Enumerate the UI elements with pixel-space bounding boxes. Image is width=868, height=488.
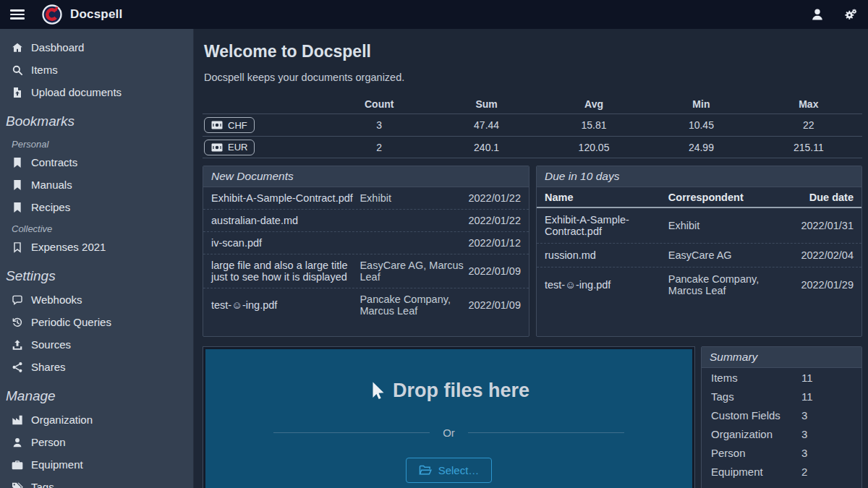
summary-row: Tags 11: [702, 387, 861, 406]
sidebar-item-person[interactable]: Person: [0, 431, 193, 453]
due-header-due-date: Due date: [783, 192, 854, 203]
stat-count: 2: [326, 142, 433, 153]
dropzone-title-row: Drop files here: [368, 380, 529, 402]
summary-value: 11: [801, 390, 813, 403]
sidebar-item-organization[interactable]: Organization: [0, 408, 193, 431]
sidebar-item-periodic-queries[interactable]: Periodic Queries: [0, 311, 193, 333]
due-row[interactable]: test-☺-ing.pdf Pancake Company, Marcus L…: [537, 267, 861, 302]
bookmark-item-label: Manuals: [31, 179, 72, 191]
sidebar-item-tags[interactable]: Tags: [0, 476, 193, 488]
sidebar-item-equipment[interactable]: Equipment: [0, 453, 193, 476]
sidebar-item-sources[interactable]: Sources: [0, 333, 193, 356]
sidebar-item-items[interactable]: Items: [0, 59, 193, 81]
folder-open-icon: [419, 465, 432, 476]
due-row[interactable]: russion.md EasyCare AG 2022/02/04: [537, 243, 861, 267]
bookmark-item-manuals[interactable]: Manuals: [0, 174, 193, 196]
page-subtitle: Docspell keeps your documents organized.: [204, 72, 862, 83]
document-row[interactable]: large file and also a large title just t…: [203, 254, 529, 288]
bookmark-item-recipes[interactable]: Recipes: [0, 196, 193, 218]
stat-max: 215.11: [755, 142, 862, 153]
bookmark-item-expenses-2021[interactable]: Expenses 2021: [0, 236, 193, 258]
sidebar: Dasbhoard Items Upload documents Bookmar…: [0, 29, 194, 488]
docspell-app: Docspell Dasbhoard Items Upload: [0, 0, 868, 488]
search-icon: [12, 64, 23, 76]
summary-value: 3: [801, 428, 807, 440]
document-name[interactable]: russion.md: [545, 249, 668, 261]
stats-header-avg: Avg: [540, 98, 647, 110]
summary-row: Items 11: [702, 368, 861, 387]
bookmark-item-contracts[interactable]: Contracts: [0, 151, 193, 174]
box-icon: [12, 459, 23, 471]
user-icon[interactable]: [810, 7, 825, 22]
document-row[interactable]: test-☺-ing.pdf Pancake Company, Marcus L…: [203, 288, 529, 322]
home-icon: [12, 42, 23, 53]
due-table-header: Name Correspondent Due date: [537, 187, 861, 208]
summary-panel: Summary Items 11 Tags 11 Custom Fields 3: [701, 346, 862, 488]
sidebar-item-dashboard[interactable]: Dasbhoard: [0, 36, 193, 59]
document-row[interactable]: iv-scan.pdf 2022/01/12: [203, 231, 529, 254]
document-row[interactable]: australian-date.md 2022/01/22: [203, 209, 529, 231]
summary-label: Tags: [711, 390, 801, 403]
currency-label: EUR: [228, 142, 247, 153]
document-name[interactable]: iv-scan.pdf: [211, 237, 359, 249]
bookmarks-group-collective: Collective: [0, 218, 193, 236]
sidebar-item-upload-documents[interactable]: Upload documents: [0, 81, 193, 103]
currency-badge: CHF: [204, 117, 255, 133]
summary-value: 3: [801, 447, 807, 459]
bookmark-icon: [12, 202, 23, 213]
sidebar-item-label: Sources: [31, 338, 71, 351]
sidebar-item-webhooks[interactable]: Webhooks: [0, 288, 193, 311]
document-row[interactable]: Exhibit-A-Sample-Contract.pdf Exhibit 20…: [203, 187, 529, 209]
sidebar-item-label: Person: [31, 436, 66, 448]
document-due-date: 2022/01/29: [783, 279, 854, 291]
field-stats-table: Count Sum Avg Min Max CHF 3 47.44 15.81 …: [203, 95, 862, 158]
topbar: Docspell: [0, 0, 868, 29]
sidebar-item-label: Webhooks: [31, 294, 82, 306]
money-bill-icon: [211, 143, 223, 152]
cogs-icon[interactable]: [843, 7, 858, 22]
due-row[interactable]: Exhibit-A-Sample-Contract.pdf Exhibit 20…: [537, 208, 861, 243]
document-correspondent: Exhibit: [668, 220, 783, 231]
currency-label: CHF: [228, 120, 247, 131]
document-name[interactable]: large file and also a large title just t…: [211, 260, 359, 283]
summary-row: Custom Fields 3: [702, 406, 861, 424]
document-date: 2022/01/09: [468, 299, 521, 311]
bookmarks-heading: Bookmarks: [0, 103, 193, 134]
summary-label: Person: [711, 447, 801, 459]
tags-icon: [12, 481, 23, 488]
summary-label: Custom Fields: [711, 409, 801, 421]
cursor-icon: [368, 381, 386, 401]
sidebar-item-shares[interactable]: Shares: [0, 356, 193, 378]
money-bill-icon: [211, 121, 223, 129]
document-name[interactable]: Exhibit-A-Sample-Contract.pdf: [545, 214, 668, 237]
document-due-date: 2022/01/31: [783, 220, 854, 231]
summary-value: 2: [801, 466, 807, 478]
new-documents-title: New Documents: [203, 166, 529, 187]
bookmark-icon: [12, 157, 23, 168]
due-panel-title: Due in 10 days: [537, 166, 861, 187]
page-title: Welcome to Docspell: [204, 42, 862, 61]
document-date: 2022/01/12: [468, 237, 521, 249]
document-correspondent: Pancake Company, Marcus Leaf: [668, 273, 783, 296]
summary-label: Items: [711, 372, 801, 384]
document-name[interactable]: test-☺-ing.pdf: [545, 279, 668, 291]
currency-badge: EUR: [204, 140, 255, 155]
document-name[interactable]: Exhibit-A-Sample-Contract.pdf: [211, 192, 359, 204]
document-name[interactable]: test-☺-ing.pdf: [211, 299, 359, 311]
document-due-date: 2022/02/04: [783, 249, 854, 261]
stat-sum: 47.44: [433, 119, 540, 131]
sidebar-item-label: Dasbhoard: [31, 41, 84, 53]
new-documents-panel: New Documents Exhibit-A-Sample-Contract.…: [203, 166, 529, 337]
stat-min: 24.99: [647, 142, 754, 153]
bookmark-item-label: Expenses 2021: [31, 241, 106, 253]
select-files-button[interactable]: Select…: [406, 458, 493, 483]
due-header-name: Name: [545, 192, 668, 203]
sidebar-item-label: Items: [31, 64, 58, 76]
document-date: 2022/01/22: [468, 192, 521, 204]
document-name[interactable]: australian-date.md: [211, 215, 359, 226]
menu-icon[interactable]: [10, 9, 25, 20]
summary-row: Equipment 2: [702, 462, 861, 481]
docspell-logo[interactable]: [42, 4, 62, 25]
stat-count: 3: [326, 119, 433, 131]
file-dropzone[interactable]: Drop files here Or Select…: [205, 349, 692, 488]
